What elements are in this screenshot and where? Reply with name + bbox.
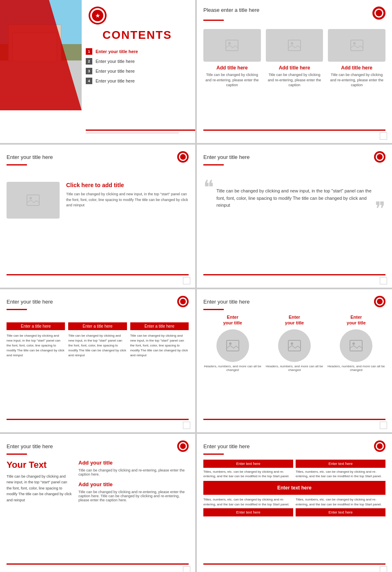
svg-rect-10 [288, 340, 301, 351]
circle1-caption: Headers, numbers, and more can all be ch… [203, 364, 262, 372]
slide5-header-row: Enter your title here [7, 296, 189, 307]
circle2-caption: Headers, numbers, and more can all be ch… [265, 364, 323, 372]
circle1-img [216, 329, 249, 362]
svg-point-13 [352, 342, 355, 345]
desc4: Titles, numbers, etc. can be changed by … [296, 497, 385, 506]
slide4-header-row: Enter your title here [203, 151, 385, 163]
slide3-image [7, 182, 60, 219]
slide3-header-row: Enter your title here [7, 151, 189, 163]
desc2: Titles, numbers, etc. can be changed by … [296, 469, 385, 478]
red-card-2: Enter a title here Title can be changed … [68, 322, 127, 358]
enter-btn2[interactable]: Enter text here [296, 460, 385, 468]
slide2-accent [203, 20, 224, 21]
slide-6: Enter your title here Enteryour title He… [197, 289, 392, 432]
item-2-text: Enter your title here [96, 59, 135, 64]
slide3-content: Click here to add title Title can be cha… [7, 182, 189, 219]
slide2-pagenum [380, 132, 387, 140]
slide5-accent [7, 309, 27, 310]
slide4-quote: Title can be changed by clicking and new… [216, 188, 372, 209]
slide4-accent-bottom [203, 274, 385, 275]
slide7-logo [177, 440, 189, 452]
circle1-title: Enteryour title [203, 314, 262, 326]
num-2: 2 [86, 58, 92, 65]
slide3-text-block: Click here to add title Title can be cha… [66, 182, 189, 208]
slide7-left: Your Text Title can be changed by clicki… [7, 460, 72, 503]
svg-point-7 [29, 197, 32, 199]
slide8-pagenum [380, 566, 387, 572]
card3-image [328, 29, 385, 62]
slide2-cards: Add title here Title can be changed by c… [203, 29, 385, 88]
slide3-header: Enter your title here [7, 154, 53, 160]
slide4-pagenum [380, 277, 387, 284]
slide6-accent [203, 309, 224, 310]
card-1: Add title here Title can be changed by c… [203, 29, 261, 88]
slide1-right-content: CONTENTS 1 Enter your title here 2 Enter… [86, 29, 189, 87]
slide-3: Enter your title here Click here to add … [0, 145, 195, 288]
circle2-title: Enteryour title [265, 314, 323, 326]
slide6-logo [374, 296, 385, 307]
circle3-caption: Headers, numbers, and more can all be ch… [327, 364, 385, 372]
slide-1: ★ CONTENTS 1 Enter your title here 2 Ent… [0, 0, 195, 143]
num-1: 1 [86, 48, 92, 55]
svg-rect-8 [227, 340, 239, 351]
svg-point-3 [291, 42, 293, 45]
add-title2: Add your title [78, 481, 189, 487]
enter-btn3[interactable]: Enter text here [203, 508, 293, 516]
num-3: 3 [86, 68, 92, 74]
red-card1-title: Enter a title here [7, 322, 65, 330]
circle-item-3: Enteryour title Headers, numbers, and mo… [327, 314, 385, 372]
slide4-header: Enter your title here [203, 154, 249, 160]
logo-icon: ★ [95, 12, 100, 19]
svg-point-5 [353, 42, 356, 45]
slide5-pagenum [183, 422, 190, 429]
enter-btn-center-row: Enter text here [203, 481, 385, 495]
red-card-3: Enter a title here Title can be changed … [130, 322, 189, 358]
slide6-accent-bottom [203, 419, 385, 420]
enter-btn-center[interactable]: Enter text here [203, 481, 385, 495]
circle3-img [340, 329, 372, 362]
slide8-header-row: Enter your title here [203, 440, 385, 452]
slide3-accent-bottom [7, 274, 189, 275]
slide7-accent [7, 454, 27, 455]
slide6-header-row: Enter your title here [203, 296, 385, 307]
card1-text: Title can be changed by clicking and re-… [203, 72, 261, 88]
contents-item-3: 3 Enter your title here [86, 68, 189, 74]
circle3-title: Enteryour title [327, 314, 385, 326]
slide3-click-title: Click here to add title [66, 182, 189, 188]
contents-item-2: 2 Enter your title here [86, 58, 189, 65]
card2-text: Title can be changed by clicking and re-… [266, 72, 323, 88]
card-2: Add title here Title can be changed by c… [266, 29, 323, 88]
card2-image [266, 29, 323, 62]
svg-point-9 [229, 342, 232, 345]
enter-btn4[interactable]: Enter text here [296, 508, 385, 516]
slide5-accent-bottom [7, 419, 189, 420]
col1: Enter text here Titles, numbers, etc. ca… [203, 460, 293, 478]
enter-btn1[interactable]: Enter text here [203, 460, 293, 468]
slide8-accent [203, 454, 224, 455]
circle-item-2: Enteryour title Headers, numbers, and mo… [265, 314, 323, 372]
slide-5: Enter your title here Enter a title here… [0, 289, 195, 432]
add-desc1: Title can be changed by clicking and re-… [78, 468, 189, 476]
desc3: Titles, numbers, etc. can be changed by … [203, 497, 293, 506]
card3-text: Title can be changed by clicking and re-… [328, 72, 385, 88]
slide5-cards: Enter a title here Title can be changed … [7, 322, 189, 358]
slide6-header: Enter your title here [203, 299, 249, 305]
red-card2-title: Enter a title here [68, 322, 127, 330]
slide7-accent-bottom [7, 563, 189, 565]
item-3-text: Enter your title here [96, 69, 135, 74]
slide-8: Enter your title here Enter text here Ti… [197, 434, 392, 572]
your-text-title: Your Text [7, 460, 72, 470]
red-card3-body: Title can be changed by clicking and new… [130, 333, 189, 358]
svg-rect-2 [288, 40, 301, 51]
slide3-logo [177, 151, 189, 163]
red-card1-body: Title can be changed by clicking and new… [7, 333, 65, 358]
circle-item-1: Enteryour title Headers, numbers, and mo… [203, 314, 262, 372]
item-4-text: Enter your title here [96, 78, 135, 83]
col4: Titles, numbers, etc. can be changed by … [296, 497, 385, 516]
your-text-body: Title can be changed by clicking and new… [7, 474, 72, 503]
slide2-logo [372, 7, 385, 20]
accent-bottom-2 [86, 133, 179, 133]
item-1-text: Enter your title here [96, 49, 138, 54]
slide3-accent [7, 164, 27, 165]
slide6-circles: Enteryour title Headers, numbers, and mo… [203, 314, 385, 372]
